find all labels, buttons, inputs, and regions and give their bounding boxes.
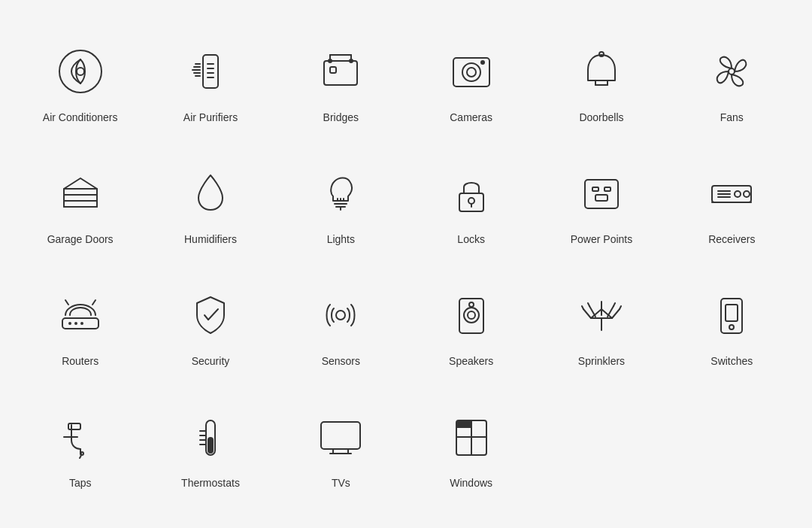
svg-line-66 <box>583 309 591 318</box>
svg-point-53 <box>68 322 71 325</box>
svg-line-68 <box>589 306 595 317</box>
svg-rect-43 <box>604 187 611 191</box>
item-routers[interactable]: Routers <box>15 264 145 386</box>
routers-icon <box>50 285 111 345</box>
svg-point-55 <box>80 322 83 325</box>
svg-line-56 <box>65 300 68 305</box>
item-thermostats[interactable]: Thermostats <box>145 386 275 508</box>
svg-point-20 <box>462 63 480 81</box>
sprinklers-icon <box>571 285 632 345</box>
item-speakers[interactable]: Speakers <box>406 264 536 386</box>
svg-rect-77 <box>726 305 738 321</box>
svg-line-71 <box>582 306 583 309</box>
svg-line-72 <box>588 303 589 306</box>
svg-point-21 <box>467 68 476 77</box>
switches-icon <box>701 285 762 345</box>
svg-line-74 <box>614 303 615 306</box>
speakers-icon <box>441 285 501 345</box>
cameras-icon <box>441 41 501 102</box>
item-fans[interactable]: Fans <box>667 20 797 142</box>
item-humidifiers[interactable]: Humidifiers <box>145 142 275 264</box>
svg-line-67 <box>612 309 620 318</box>
svg-rect-38 <box>459 193 483 211</box>
item-windows[interactable]: Windows <box>406 386 536 508</box>
speakers-label: Speakers <box>449 354 493 368</box>
windows-icon <box>441 407 501 467</box>
bridges-icon <box>311 41 371 102</box>
item-garage-doors[interactable]: Garage Doors <box>15 142 145 264</box>
tvs-icon <box>311 407 371 467</box>
thermostats-label: Thermostats <box>181 476 240 490</box>
humidifiers-icon <box>180 163 241 223</box>
sprinklers-label: Sprinklers <box>578 354 625 368</box>
locks-label: Locks <box>457 232 485 246</box>
item-locks[interactable]: Locks <box>406 142 536 264</box>
fans-label: Fans <box>720 111 744 124</box>
svg-point-46 <box>744 191 750 197</box>
icon-grid: Air Conditioners Air Purifiers <box>15 20 797 508</box>
item-switches[interactable]: Switches <box>667 264 797 386</box>
svg-rect-96 <box>456 420 471 428</box>
svg-point-27 <box>729 68 735 74</box>
switches-label: Switches <box>710 354 753 368</box>
svg-rect-44 <box>595 195 607 201</box>
item-receivers[interactable]: Receivers <box>667 142 797 264</box>
svg-line-58 <box>205 315 208 320</box>
receivers-icon <box>701 163 762 223</box>
tvs-label: TVs <box>332 476 350 490</box>
svg-point-63 <box>468 311 475 319</box>
svg-rect-61 <box>459 299 483 333</box>
item-cameras[interactable]: Cameras <box>406 20 536 142</box>
air-conditioners-label: Air Conditioners <box>43 111 118 124</box>
item-tvs[interactable]: TVs <box>276 386 406 508</box>
svg-point-22 <box>480 60 485 65</box>
svg-point-78 <box>729 325 734 329</box>
power-points-icon <box>571 163 632 223</box>
svg-point-0 <box>59 50 102 93</box>
item-taps[interactable]: Taps <box>15 386 145 508</box>
sensors-icon <box>311 285 371 345</box>
garage-doors-icon <box>50 163 111 223</box>
item-doorbells[interactable]: Doorbells <box>536 20 666 142</box>
lights-icon <box>311 163 371 223</box>
svg-line-57 <box>92 300 95 305</box>
svg-line-59 <box>208 309 218 320</box>
svg-point-39 <box>468 198 474 204</box>
sensors-label: Sensors <box>322 354 360 368</box>
item-air-purifiers[interactable]: Air Purifiers <box>145 20 275 142</box>
lights-label: Lights <box>327 232 355 246</box>
air-purifiers-icon <box>180 41 241 102</box>
item-sprinklers[interactable]: Sprinklers <box>536 264 666 386</box>
doorbells-label: Doorbells <box>579 111 623 124</box>
svg-rect-12 <box>324 61 357 85</box>
item-security[interactable]: Security <box>145 264 275 386</box>
taps-label: Taps <box>69 476 92 490</box>
svg-point-64 <box>469 302 474 307</box>
taps-icon <box>50 407 111 467</box>
item-bridges[interactable]: Bridges <box>276 20 406 142</box>
svg-rect-76 <box>721 299 742 333</box>
thermostats-icon <box>180 407 241 467</box>
svg-line-73 <box>620 306 621 309</box>
svg-rect-81 <box>68 423 80 429</box>
security-icon <box>180 285 241 345</box>
svg-rect-2 <box>203 55 218 88</box>
garage-doors-label: Garage Doors <box>47 232 114 246</box>
svg-rect-13 <box>330 67 336 73</box>
svg-point-60 <box>336 311 345 320</box>
svg-point-47 <box>735 191 741 197</box>
item-lights[interactable]: Lights <box>276 142 406 264</box>
fans-icon <box>701 41 762 102</box>
svg-point-54 <box>74 322 77 325</box>
doorbells-icon <box>571 41 632 102</box>
receivers-label: Receivers <box>708 232 755 246</box>
svg-line-69 <box>607 306 614 317</box>
power-points-label: Power Points <box>571 232 632 246</box>
air-purifiers-label: Air Purifiers <box>183 111 238 124</box>
item-power-points[interactable]: Power Points <box>536 142 666 264</box>
item-air-conditioners[interactable]: Air Conditioners <box>15 20 145 142</box>
svg-rect-89 <box>321 422 360 449</box>
item-sensors[interactable]: Sensors <box>276 264 406 386</box>
cameras-label: Cameras <box>450 111 492 124</box>
locks-icon <box>441 163 501 223</box>
